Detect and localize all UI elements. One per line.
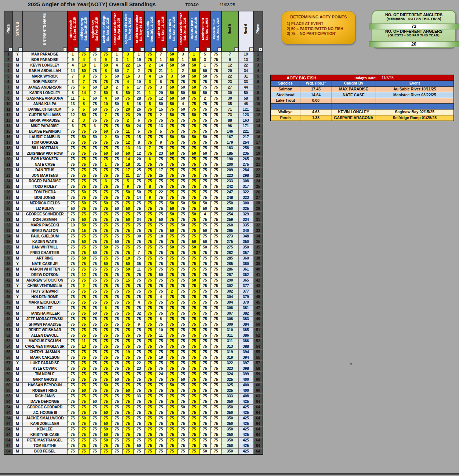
- score-cell[interactable]: 75: [166, 140, 177, 146]
- score-cell[interactable]: 75: [111, 245, 122, 250]
- score-cell[interactable]: 50: [89, 311, 100, 316]
- name-cell[interactable]: PAUL GJELDUM: [22, 234, 67, 239]
- score-cell[interactable]: 75: [177, 300, 188, 305]
- name-cell[interactable]: CHRIS VENTIMIGLIA: [22, 283, 67, 289]
- name-cell[interactable]: RICH JANIS: [22, 394, 67, 399]
- name-cell[interactable]: MARK CARLSON: [22, 355, 67, 361]
- name-cell[interactable]: GEORGE GODDARD: [22, 405, 67, 410]
- place-cell-right[interactable]: 51: [253, 328, 263, 333]
- score-cell[interactable]: 75: [122, 305, 133, 311]
- score-cell[interactable]: 75: [100, 212, 111, 217]
- score-cell[interactable]: 75: [177, 339, 188, 344]
- score-cell[interactable]: 75: [122, 383, 133, 388]
- score-cell[interactable]: 75: [144, 300, 155, 305]
- place-cell[interactable]: 60: [4, 383, 12, 388]
- best5-cell[interactable]: 146: [221, 129, 238, 135]
- place-cell[interactable]: 12: [4, 112, 12, 118]
- filter-dropdown-icon[interactable]: [173, 47, 177, 51]
- score-cell[interactable]: 75: [67, 350, 78, 355]
- name-cell[interactable]: JAMES ANDERSON: [22, 85, 67, 90]
- score-cell[interactable]: 75: [144, 267, 155, 272]
- status-cell[interactable]: M: [12, 90, 22, 96]
- score-cell[interactable]: 50: [78, 416, 89, 421]
- score-cell[interactable]: 75: [199, 305, 210, 311]
- score-cell[interactable]: 75: [89, 394, 100, 399]
- place-cell[interactable]: 23: [4, 173, 12, 179]
- score-cell[interactable]: 75: [177, 184, 188, 190]
- score-cell[interactable]: 75: [155, 239, 166, 245]
- status-cell[interactable]: M: [12, 305, 22, 311]
- score-cell[interactable]: 75: [100, 173, 111, 179]
- filter-dropdown-icon[interactable]: [96, 47, 100, 51]
- score-cell[interactable]: 75: [166, 79, 177, 85]
- score-cell[interactable]: 75: [100, 79, 111, 85]
- status-cell[interactable]: M: [12, 173, 22, 179]
- score-cell[interactable]: 50: [188, 57, 199, 63]
- score-cell[interactable]: 75: [166, 107, 177, 112]
- best5-cell[interactable]: 273: [221, 234, 238, 239]
- status-cell[interactable]: M: [12, 68, 22, 74]
- score-cell[interactable]: 75: [177, 283, 188, 289]
- best5-cell[interactable]: 96: [221, 124, 238, 129]
- place-cell[interactable]: 33: [4, 228, 12, 234]
- score-cell[interactable]: 75: [67, 333, 78, 339]
- score-cell[interactable]: 23: [155, 151, 166, 157]
- score-cell[interactable]: 75: [67, 201, 78, 206]
- score-cell[interactable]: 75: [78, 157, 89, 162]
- status-cell[interactable]: M: [12, 223, 22, 228]
- score-cell[interactable]: 75: [177, 267, 188, 272]
- name-cell[interactable]: BRAD WALTON: [22, 228, 67, 234]
- score-cell[interactable]: 75: [188, 261, 199, 267]
- score-cell[interactable]: 75: [89, 272, 100, 278]
- score-cell[interactable]: 75: [210, 350, 221, 355]
- score-cell[interactable]: 75: [67, 162, 78, 168]
- score-cell[interactable]: 50: [188, 135, 199, 140]
- name-cell[interactable]: KRISTYNE CASE: [22, 432, 67, 438]
- name-cell[interactable]: GARY GROSS: [22, 377, 67, 383]
- best6-cell[interactable]: 329: [238, 212, 253, 217]
- score-cell[interactable]: 12: [133, 151, 144, 157]
- score-cell[interactable]: 75: [166, 195, 177, 201]
- score-cell[interactable]: 75: [188, 234, 199, 239]
- place-cell[interactable]: 13: [4, 118, 12, 124]
- score-cell[interactable]: 75: [67, 157, 78, 162]
- score-cell[interactable]: 75: [155, 162, 166, 168]
- place-cell[interactable]: 38: [4, 261, 12, 267]
- score-cell[interactable]: 75: [144, 135, 155, 140]
- score-cell[interactable]: 50: [188, 212, 199, 217]
- score-cell[interactable]: 75: [144, 272, 155, 278]
- score-cell[interactable]: 75: [188, 328, 199, 333]
- place-cell[interactable]: 41: [4, 272, 12, 278]
- best6-cell[interactable]: 308: [238, 179, 253, 184]
- score-cell[interactable]: 75: [67, 129, 78, 135]
- score-cell[interactable]: 75: [188, 157, 199, 162]
- best6-cell[interactable]: 385: [238, 328, 253, 333]
- score-cell[interactable]: 75: [67, 427, 78, 432]
- score-cell[interactable]: 75: [177, 217, 188, 223]
- score-cell[interactable]: 75: [133, 201, 144, 206]
- score-cell[interactable]: 20: [133, 157, 144, 162]
- score-cell[interactable]: 75: [122, 228, 133, 234]
- score-cell[interactable]: 4: [89, 57, 100, 63]
- score-cell[interactable]: 75: [89, 350, 100, 355]
- score-cell[interactable]: 75: [67, 449, 78, 455]
- score-cell[interactable]: 50: [89, 85, 100, 90]
- score-cell[interactable]: 75: [100, 52, 111, 57]
- score-cell[interactable]: 75: [78, 173, 89, 179]
- filter-dropdown-icon[interactable]: [140, 47, 144, 51]
- score-cell[interactable]: 75: [111, 140, 122, 146]
- best5-cell[interactable]: 286: [221, 267, 238, 272]
- score-cell[interactable]: 75: [177, 239, 188, 245]
- score-cell[interactable]: 75: [210, 63, 221, 68]
- score-cell[interactable]: 17: [122, 168, 133, 173]
- score-cell[interactable]: 26: [133, 107, 144, 112]
- score-cell[interactable]: 75: [111, 272, 122, 278]
- score-cell[interactable]: 13: [155, 124, 166, 129]
- score-cell[interactable]: 1: [78, 96, 89, 101]
- score-cell[interactable]: 75: [188, 206, 199, 212]
- place-cell[interactable]: 14: [4, 124, 12, 129]
- score-cell[interactable]: 4: [122, 79, 133, 85]
- score-cell[interactable]: 75: [78, 124, 89, 129]
- score-cell[interactable]: 75: [78, 267, 89, 272]
- score-cell[interactable]: 75: [188, 383, 199, 388]
